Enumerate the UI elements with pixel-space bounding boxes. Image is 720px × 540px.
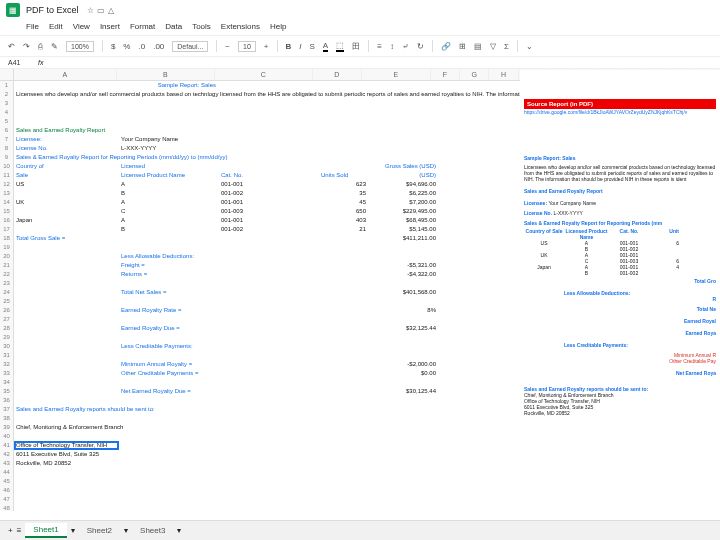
italic-icon[interactable]: I (299, 42, 301, 51)
chart-icon[interactable]: ▤ (474, 42, 482, 51)
font-size-dec[interactable]: − (225, 42, 230, 51)
tab-sheet1[interactable]: Sheet1 (25, 523, 66, 538)
menu-tools[interactable]: Tools (192, 22, 211, 31)
decimal-dec-icon[interactable]: .0 (138, 42, 145, 51)
decimal-inc-icon[interactable]: .00 (153, 42, 164, 51)
col-C[interactable]: C (215, 69, 313, 80)
menu-insert[interactable]: Insert (100, 22, 120, 31)
font-size[interactable]: 10 (238, 41, 256, 52)
menu-edit[interactable]: Edit (49, 22, 63, 31)
halign-icon[interactable]: ≡ (377, 42, 382, 51)
title-icons: ☆ ▭ △ (87, 6, 114, 15)
formula-bar: A41 fx (0, 57, 720, 69)
link-icon[interactable]: 🔗 (441, 42, 451, 51)
star-icon[interactable]: ☆ (87, 6, 94, 15)
toolbar: ↶ ↷ ⎙ ✎ 100% $ % .0 .00 Defaul... − 10 +… (0, 36, 720, 57)
active-cell-outline (14, 441, 119, 450)
menu-data[interactable]: Data (165, 22, 182, 31)
sheet-tabs: + ≡ Sheet1 ▾ Sheet2 ▾ Sheet3 ▾ (0, 520, 720, 540)
menu-format[interactable]: Format (130, 22, 155, 31)
source-link[interactable]: https://drive.google.com/file/d/1BkJioAW… (524, 109, 716, 115)
menu-extensions[interactable]: Extensions (221, 22, 260, 31)
more-icon[interactable]: ⌄ (526, 42, 533, 51)
folder-icon[interactable]: ▭ (97, 6, 105, 15)
menu-view[interactable]: View (73, 22, 90, 31)
cloud-icon[interactable]: △ (108, 6, 114, 15)
col-B[interactable]: B (117, 69, 215, 80)
report-title: Sample Report: Sales (119, 81, 219, 90)
menu-help[interactable]: Help (270, 22, 286, 31)
sheets-logo: ▦ (6, 3, 20, 17)
side-panel: Source Report (in PDF) https://drive.goo… (520, 70, 720, 510)
add-sheet-icon[interactable]: + (8, 526, 13, 535)
tab-menu-icon[interactable]: ▾ (124, 526, 128, 535)
comment-icon[interactable]: ⊞ (459, 42, 466, 51)
section-title: Sales and Earned Royalty Report (14, 126, 119, 135)
all-sheets-icon[interactable]: ≡ (17, 526, 22, 535)
print-icon[interactable]: ⎙ (38, 42, 43, 51)
intro-text: Licensees who develop and/or sell commer… (14, 90, 439, 99)
undo-icon[interactable]: ↶ (8, 42, 15, 51)
doc-title[interactable]: PDF to Excel (26, 5, 79, 15)
name-box[interactable]: A41 (8, 59, 38, 66)
text-color-icon[interactable]: A (323, 41, 328, 52)
strike-icon[interactable]: S (310, 42, 315, 51)
redo-icon[interactable]: ↷ (23, 42, 30, 51)
col-G[interactable]: G (460, 69, 489, 80)
zoom-select[interactable]: 100% (66, 41, 94, 52)
col-F[interactable]: F (431, 69, 460, 80)
valign-icon[interactable]: ↕ (390, 42, 394, 51)
tab-sheet2[interactable]: Sheet2 (79, 524, 120, 537)
col-E[interactable]: E (362, 69, 431, 80)
col-A[interactable]: A (14, 69, 117, 80)
menu-file[interactable]: File (26, 22, 39, 31)
functions-icon[interactable]: Σ (504, 42, 509, 51)
paint-icon[interactable]: ✎ (51, 42, 58, 51)
tab-sheet3[interactable]: Sheet3 (132, 524, 173, 537)
menu-bar: File Edit View Insert Format Data Tools … (0, 20, 720, 36)
col-D[interactable]: D (313, 69, 362, 80)
wrap-icon[interactable]: ⤶ (402, 42, 409, 51)
bold-icon[interactable]: B (286, 42, 292, 51)
fill-color-icon[interactable]: ⬚ (336, 41, 344, 52)
filter-icon[interactable]: ▽ (490, 42, 496, 51)
currency-icon[interactable]: $ (111, 42, 115, 51)
font-size-inc[interactable]: + (264, 42, 269, 51)
rotate-icon[interactable]: ↻ (417, 42, 424, 51)
source-header: Source Report (in PDF) (524, 99, 716, 109)
font-select[interactable]: Defaul... (172, 41, 208, 52)
tab-menu-icon[interactable]: ▾ (71, 526, 75, 535)
side-title: Sample Report: Sales (524, 155, 716, 161)
percent-icon[interactable]: % (123, 42, 130, 51)
fx-icon: fx (38, 59, 43, 66)
borders-icon[interactable]: 田 (352, 41, 360, 52)
tab-menu-icon[interactable]: ▾ (177, 526, 181, 535)
col-H[interactable]: H (489, 69, 518, 80)
